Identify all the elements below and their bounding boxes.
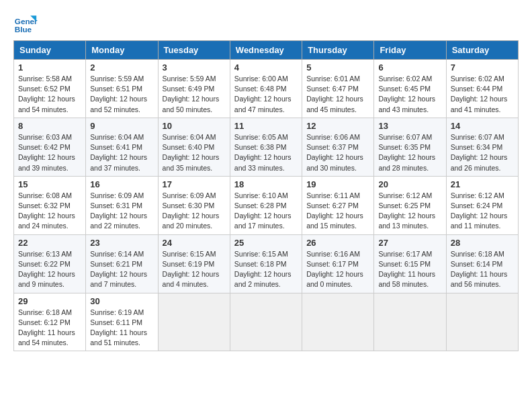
day-info: Sunrise: 6:11 AMSunset: 6:27 PMDaylight:… [306,191,369,232]
day-detail: Sunset: 6:45 PM [378,84,441,94]
day-info: Sunrise: 6:07 AMSunset: 6:35 PMDaylight:… [378,132,441,173]
day-detail: Sunset: 6:28 PM [234,201,298,211]
calendar-cell: 24Sunrise: 6:15 AMSunset: 6:19 PMDayligh… [158,234,230,293]
day-detail: Sunset: 6:47 PM [306,84,369,94]
day-detail: Daylight: 12 hours [378,211,441,221]
weekday-header-saturday: Saturday [446,41,518,60]
day-detail: Sunset: 6:37 PM [306,142,369,152]
day-detail: Sunrise: 6:00 AM [234,74,298,84]
day-detail: Sunrise: 6:05 AM [234,132,298,142]
day-detail: Sunset: 6:38 PM [234,142,298,152]
calendar-cell: 11Sunrise: 6:05 AMSunset: 6:38 PMDayligh… [230,118,302,176]
day-info: Sunrise: 6:03 AMSunset: 6:42 PMDaylight:… [18,132,81,173]
day-detail: and 0 minutes. [306,279,369,289]
day-info: Sunrise: 6:04 AMSunset: 6:40 PMDaylight:… [163,132,226,173]
day-detail: Daylight: 12 hours [163,211,226,221]
day-number: 23 [90,238,153,248]
day-number: 9 [90,121,153,131]
day-info: Sunrise: 5:58 AMSunset: 6:52 PMDaylight:… [18,74,81,115]
day-detail: Sunset: 6:49 PM [163,84,226,94]
calendar-cell: 10Sunrise: 6:04 AMSunset: 6:40 PMDayligh… [158,118,230,176]
day-detail: Sunrise: 6:16 AM [306,249,369,259]
calendar-cell [230,293,302,351]
day-detail: and 33 minutes. [234,163,298,173]
calendar-cell: 7Sunrise: 6:02 AMSunset: 6:44 PMDaylight… [446,60,518,118]
day-detail: Sunset: 6:40 PM [163,142,226,152]
day-number: 29 [18,296,81,306]
week-row-1: 1Sunrise: 5:58 AMSunset: 6:52 PMDaylight… [14,60,519,118]
day-detail: Sunrise: 6:06 AM [306,132,369,142]
weekday-header-row: SundayMondayTuesdayWednesdayThursdayFrid… [14,41,519,60]
calendar-cell: 9Sunrise: 6:04 AMSunset: 6:41 PMDaylight… [86,118,158,176]
day-number: 24 [163,238,226,248]
day-info: Sunrise: 6:18 AMSunset: 6:12 PMDaylight:… [18,308,81,349]
day-detail: Sunrise: 5:59 AM [163,74,226,84]
day-detail: and 56 minutes. [451,279,514,289]
day-number: 19 [306,179,369,189]
day-info: Sunrise: 6:04 AMSunset: 6:41 PMDaylight:… [90,132,153,173]
day-info: Sunrise: 6:07 AMSunset: 6:34 PMDaylight:… [451,132,514,173]
day-number: 8 [18,121,81,131]
day-detail: and 26 minutes. [451,163,514,173]
day-detail: Sunset: 6:51 PM [90,84,153,94]
day-info: Sunrise: 6:05 AMSunset: 6:38 PMDaylight:… [234,132,298,173]
day-detail: Daylight: 12 hours [306,152,369,163]
day-detail: and 9 minutes. [18,279,81,289]
day-detail: Daylight: 12 hours [163,269,226,279]
day-detail: Sunset: 6:25 PM [378,201,441,211]
day-number: 13 [378,121,441,131]
day-info: Sunrise: 6:09 AMSunset: 6:30 PMDaylight:… [163,191,226,232]
day-detail: Daylight: 12 hours [163,152,226,163]
day-detail: Sunset: 6:24 PM [451,201,514,211]
day-detail: Sunrise: 6:18 AM [451,249,514,259]
calendar-cell: 2Sunrise: 5:59 AMSunset: 6:51 PMDaylight… [86,60,158,118]
day-detail: Sunrise: 6:18 AM [18,308,81,318]
calendar-cell: 30Sunrise: 6:19 AMSunset: 6:11 PMDayligh… [86,293,158,351]
calendar-cell: 16Sunrise: 6:09 AMSunset: 6:31 PMDayligh… [86,176,158,234]
day-detail: and 35 minutes. [163,163,226,173]
day-detail: Sunset: 6:30 PM [163,201,226,211]
calendar-cell: 20Sunrise: 6:12 AMSunset: 6:25 PMDayligh… [374,176,446,234]
weekday-header-wednesday: Wednesday [230,41,302,60]
day-detail: Sunrise: 6:10 AM [234,191,298,201]
day-detail: and 47 minutes. [234,105,298,115]
calendar-cell: 21Sunrise: 6:12 AMSunset: 6:24 PMDayligh… [446,176,518,234]
day-detail: Sunset: 6:48 PM [234,84,298,94]
calendar-cell [158,293,230,351]
day-detail: and 39 minutes. [18,163,81,173]
day-info: Sunrise: 6:10 AMSunset: 6:28 PMDaylight:… [234,191,298,232]
day-detail: and 7 minutes. [90,279,153,289]
day-detail: Sunset: 6:27 PM [306,201,369,211]
day-number: 12 [306,121,369,131]
day-detail: Daylight: 12 hours [18,94,81,104]
day-detail: and 30 minutes. [306,163,369,173]
day-detail: Daylight: 12 hours [163,94,226,104]
day-detail: Daylight: 12 hours [18,269,81,279]
calendar-cell: 14Sunrise: 6:07 AMSunset: 6:34 PMDayligh… [446,118,518,176]
day-detail: and 2 minutes. [234,279,298,289]
day-detail: Sunset: 6:19 PM [163,259,226,269]
calendar-cell [302,293,374,351]
day-detail: Sunrise: 6:07 AM [451,132,514,142]
weekday-header-friday: Friday [374,41,446,60]
day-detail: Sunrise: 6:02 AM [451,74,514,84]
day-number: 15 [18,179,81,189]
day-detail: and 50 minutes. [163,105,226,115]
day-number: 20 [378,179,441,189]
day-detail: Sunrise: 6:19 AM [90,308,153,318]
day-info: Sunrise: 5:59 AMSunset: 6:51 PMDaylight:… [90,74,153,115]
day-detail: Daylight: 12 hours [18,211,81,221]
day-detail: Sunset: 6:18 PM [234,259,298,269]
logo: General Blue [13,11,42,35]
day-info: Sunrise: 6:13 AMSunset: 6:22 PMDaylight:… [18,249,81,290]
day-detail: Sunrise: 6:13 AM [18,249,81,259]
day-detail: Sunrise: 6:12 AM [451,191,514,201]
calendar-cell: 3Sunrise: 5:59 AMSunset: 6:49 PMDaylight… [158,60,230,118]
calendar-cell [374,293,446,351]
day-info: Sunrise: 6:18 AMSunset: 6:14 PMDaylight:… [451,249,514,290]
day-info: Sunrise: 6:09 AMSunset: 6:31 PMDaylight:… [90,191,153,232]
calendar-cell: 29Sunrise: 6:18 AMSunset: 6:12 PMDayligh… [14,293,86,351]
day-detail: Sunset: 6:21 PM [90,259,153,269]
calendar: SundayMondayTuesdayWednesdayThursdayFrid… [13,40,519,351]
day-detail: and 58 minutes. [378,279,441,289]
